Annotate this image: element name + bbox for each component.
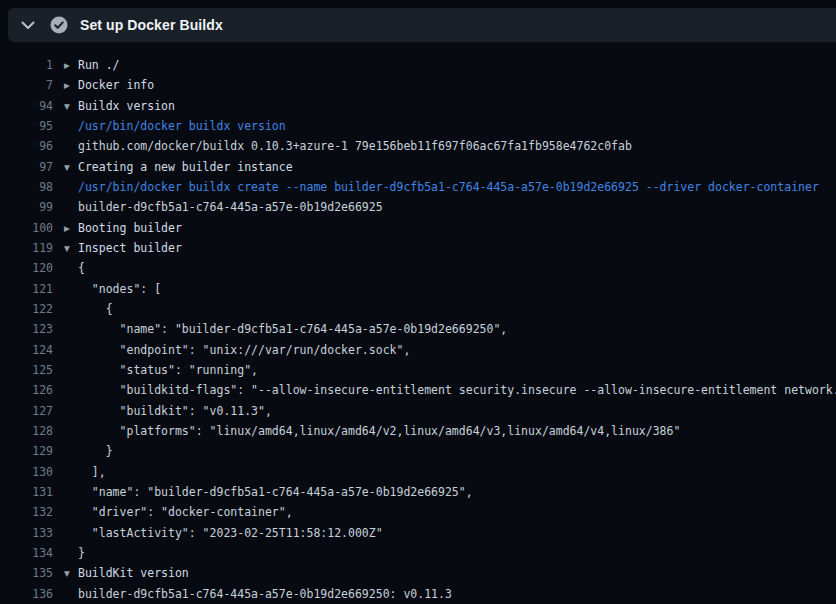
log-line-number[interactable]: 130: [0, 465, 53, 479]
group-collapsed-arrow-icon[interactable]: ▶: [64, 81, 70, 90]
log-group-line[interactable]: 1 ▶Run ./: [0, 55, 836, 75]
log-line: 127 "buildkit": "v0.11.3",: [0, 401, 836, 421]
log-group-line[interactable]: 7 ▶Docker info: [0, 75, 836, 95]
group-expanded-arrow-icon[interactable]: ▼: [64, 569, 70, 578]
log-group-line[interactable]: 135 ▼BuildKit version: [0, 563, 836, 583]
log-line: 123 "name": "builder-d9cfb5a1-c764-445a-…: [0, 319, 836, 339]
log-line-text: Booting builder: [78, 221, 182, 235]
log-line: 130 ],: [0, 462, 836, 482]
log-line-number[interactable]: 98: [0, 180, 53, 194]
log-line-text: Inspect builder: [78, 241, 182, 255]
step-header[interactable]: Set up Docker Buildx: [8, 8, 836, 42]
log-line-number[interactable]: 125: [0, 363, 53, 377]
log-line-text: Docker info: [78, 78, 154, 92]
group-expanded-arrow-icon[interactable]: ▼: [64, 244, 70, 253]
log-line: 129 }: [0, 441, 836, 461]
log-viewer-page: Set up Docker Buildx 1 ▶Run ./ 7 ▶Docker…: [0, 0, 836, 604]
log-line-number[interactable]: 133: [0, 526, 53, 540]
log-line: 128 "platforms": "linux/amd64,linux/amd6…: [0, 421, 836, 441]
check-circle-icon: [50, 16, 68, 34]
log-line-number[interactable]: 124: [0, 343, 53, 357]
log-line: 95 /usr/bin/docker buildx version: [0, 116, 836, 136]
log-line: 134 }: [0, 543, 836, 563]
log-line-text: "platforms": "linux/amd64,linux/amd64/v2…: [78, 424, 680, 438]
log-line-number[interactable]: 97: [0, 160, 53, 174]
log-line-text: "buildkit": "v0.11.3",: [78, 404, 272, 418]
log-line: 122 {: [0, 299, 836, 319]
log-line-text: Creating a new builder instance: [78, 160, 293, 174]
log-line-number[interactable]: 1: [0, 58, 53, 72]
log-line: 131 "name": "builder-d9cfb5a1-c764-445a-…: [0, 482, 836, 502]
log-line-text: "endpoint": "unix:///var/run/docker.sock…: [78, 343, 410, 357]
log-lines-container: 1 ▶Run ./ 7 ▶Docker info 94 ▼Buildx vers…: [0, 42, 836, 604]
log-line-text: builder-d9cfb5a1-c764-445a-a57e-0b19d2e6…: [78, 587, 452, 601]
log-line-number[interactable]: 95: [0, 119, 53, 133]
log-line-text: BuildKit version: [78, 566, 189, 580]
log-line-text: "name": "builder-d9cfb5a1-c764-445a-a57e…: [78, 485, 473, 499]
log-line-number[interactable]: 132: [0, 505, 53, 519]
log-line-number[interactable]: 129: [0, 444, 53, 458]
log-line: 96 github.com/docker/buildx 0.10.3+azure…: [0, 136, 836, 156]
log-line-number[interactable]: 131: [0, 485, 53, 499]
chevron-down-icon[interactable]: [20, 17, 36, 33]
log-line-number[interactable]: 134: [0, 546, 53, 560]
log-line-text: "nodes": [: [78, 282, 161, 296]
log-line-number[interactable]: 7: [0, 78, 53, 92]
log-line: 136 builder-d9cfb5a1-c764-445a-a57e-0b19…: [0, 584, 836, 604]
log-line-text: /usr/bin/docker buildx create --name bui…: [78, 180, 819, 194]
log-line-number[interactable]: 127: [0, 404, 53, 418]
group-expanded-arrow-icon[interactable]: ▼: [64, 101, 70, 110]
log-line: 99 builder-d9cfb5a1-c764-445a-a57e-0b19d…: [0, 197, 836, 217]
log-line-number[interactable]: 126: [0, 383, 53, 397]
log-line: 98 /usr/bin/docker buildx create --name …: [0, 177, 836, 197]
log-group-line[interactable]: 119 ▼Inspect builder: [0, 238, 836, 258]
log-line-text: "driver": "docker-container",: [78, 505, 293, 519]
log-line: 121 "nodes": [: [0, 279, 836, 299]
log-line-number[interactable]: 123: [0, 322, 53, 336]
log-line-text: Buildx version: [78, 99, 175, 113]
log-line-text: github.com/docker/buildx 0.10.3+azure-1 …: [78, 139, 632, 153]
log-line-text: "status": "running",: [78, 363, 258, 377]
log-line-text: "buildkitd-flags": "--allow-insecure-ent…: [78, 383, 836, 397]
step-title: Set up Docker Buildx: [80, 17, 223, 33]
log-line-text: ],: [78, 465, 106, 479]
log-group-line[interactable]: 94 ▼Buildx version: [0, 96, 836, 116]
log-line-number[interactable]: 122: [0, 302, 53, 316]
log-line: 125 "status": "running",: [0, 360, 836, 380]
log-line-number[interactable]: 100: [0, 221, 53, 235]
log-line-number[interactable]: 121: [0, 282, 53, 296]
log-line-number[interactable]: 94: [0, 99, 53, 113]
log-line-text: builder-d9cfb5a1-c764-445a-a57e-0b19d2e6…: [78, 200, 383, 214]
log-line: 132 "driver": "docker-container",: [0, 502, 836, 522]
group-collapsed-arrow-icon[interactable]: ▶: [64, 61, 70, 70]
log-line-text: "lastActivity": "2023-02-25T11:58:12.000…: [78, 526, 383, 540]
log-line-text: "name": "builder-d9cfb5a1-c764-445a-a57e…: [78, 322, 507, 336]
log-line-text: }: [78, 546, 85, 560]
log-line-text: Run ./: [78, 58, 120, 72]
log-line: 120 {: [0, 258, 836, 278]
log-line-number[interactable]: 120: [0, 261, 53, 275]
log-line: 126 "buildkitd-flags": "--allow-insecure…: [0, 380, 836, 400]
log-group-line[interactable]: 97 ▼Creating a new builder instance: [0, 157, 836, 177]
log-line-number[interactable]: 135: [0, 566, 53, 580]
log-line-text: }: [78, 444, 113, 458]
log-line-number[interactable]: 128: [0, 424, 53, 438]
log-line-text: {: [78, 261, 85, 275]
log-line-text: {: [78, 302, 113, 316]
log-line: 133 "lastActivity": "2023-02-25T11:58:12…: [0, 523, 836, 543]
log-line-text: /usr/bin/docker buildx version: [78, 119, 286, 133]
log-line-number[interactable]: 99: [0, 200, 53, 214]
group-collapsed-arrow-icon[interactable]: ▶: [64, 223, 70, 232]
log-line-number[interactable]: 96: [0, 139, 53, 153]
log-line-number[interactable]: 136: [0, 587, 53, 601]
log-line-number[interactable]: 119: [0, 241, 53, 255]
log-line: 124 "endpoint": "unix:///var/run/docker.…: [0, 340, 836, 360]
log-group-line[interactable]: 100 ▶Booting builder: [0, 218, 836, 238]
group-expanded-arrow-icon[interactable]: ▼: [64, 162, 70, 171]
